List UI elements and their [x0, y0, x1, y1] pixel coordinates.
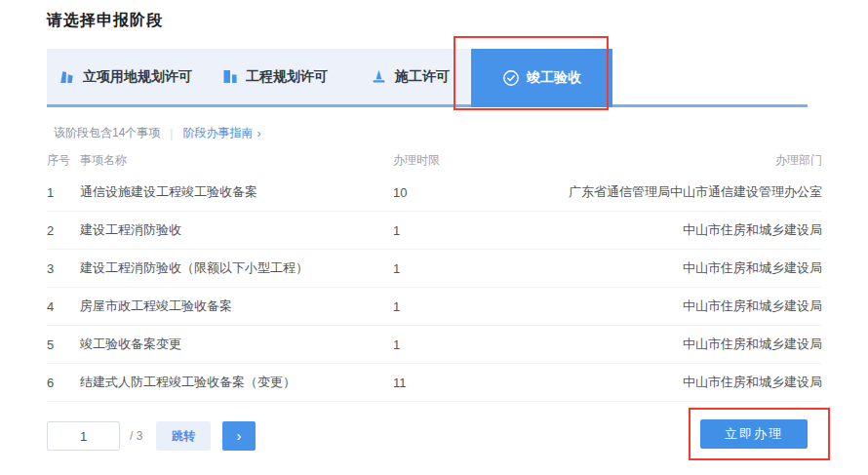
- tab-label: 立项用地规划许可: [83, 68, 192, 86]
- traffic-cone-icon: [371, 69, 387, 84]
- cell-department: 中山市住房和城乡建设局: [569, 259, 822, 277]
- info-divider: |: [170, 127, 173, 140]
- apply-now-button[interactable]: 立即办理: [700, 419, 808, 449]
- tab-completion-acceptance[interactable]: 竣工验收: [471, 49, 612, 107]
- tab-label: 工程规划许可: [246, 68, 328, 86]
- header-name: 事项名称: [80, 152, 393, 169]
- cell-time-limit: 1: [393, 299, 569, 314]
- tab-land-planning-permit[interactable]: 立项用地规划许可: [59, 49, 192, 104]
- cell-department: 中山市住房和城乡建设局: [569, 374, 822, 391]
- check-circle-icon: [502, 69, 520, 87]
- table-row[interactable]: 3 建设工程消防验收（限额以下小型工程） 1 中山市住房和城乡建设局: [47, 250, 822, 288]
- table-row[interactable]: 6 结建式人防工程竣工验收备案（变更） 11 中山市住房和城乡建设局: [47, 364, 822, 402]
- jump-button[interactable]: 跳转: [156, 421, 211, 451]
- buildings-icon: [59, 69, 75, 84]
- building-icon: [222, 69, 238, 84]
- header-index: 序号: [47, 152, 80, 169]
- page-total-label: / 3: [130, 429, 142, 443]
- cell-index: 6: [47, 376, 80, 390]
- table-row[interactable]: 2 建设工程消防验收 1 中山市住房和城乡建设局: [47, 212, 822, 250]
- stage-selection-page: 请选择申报阶段 立项用地规划许可 工程规划许可 施工许可 竣工: [0, 0, 868, 475]
- page-number-input[interactable]: [47, 421, 120, 451]
- header-department: 办理部门: [569, 152, 822, 169]
- stage-guide-link[interactable]: 阶段办事指南 ›: [182, 125, 260, 141]
- tab-label: 竣工验收: [527, 69, 581, 87]
- cell-time-limit: 1: [393, 261, 569, 276]
- cell-department: 广东省通信管理局中山市通信建设管理办公室: [569, 183, 822, 201]
- stage-info-line: 该阶段包含14个事项 | 阶段办事指南 ›: [54, 125, 260, 141]
- tabbar-underline: [47, 104, 808, 107]
- cell-name: 结建式人防工程竣工验收备案（变更）: [80, 374, 393, 391]
- cell-index: 3: [47, 261, 80, 276]
- cell-index: 2: [47, 223, 80, 238]
- cell-name: 竣工验收备案变更: [80, 336, 393, 353]
- cell-time-limit: 1: [393, 223, 569, 238]
- table-row[interactable]: 1 通信设施建设工程竣工验收备案 10 广东省通信管理局中山市通信建设管理办公室: [47, 174, 822, 212]
- table-row[interactable]: 5 竣工验收备案变更 1 中山市住房和城乡建设局: [47, 326, 822, 364]
- stage-item-count: 该阶段包含14个事项: [54, 125, 160, 141]
- cell-index: 5: [47, 337, 80, 352]
- page-title: 请选择申报阶段: [47, 11, 163, 31]
- cell-department: 中山市住房和城乡建设局: [569, 336, 822, 353]
- cell-index: 4: [47, 299, 80, 314]
- stage-tabbar: 立项用地规划许可 工程规划许可 施工许可 竣工验收: [47, 49, 808, 107]
- cell-time-limit: 10: [393, 185, 569, 200]
- cell-department: 中山市住房和城乡建设局: [569, 297, 822, 315]
- chevron-right-icon: ›: [256, 127, 260, 140]
- table-row[interactable]: 4 房屋市政工程竣工验收备案 1 中山市住房和城乡建设局: [47, 288, 822, 326]
- cell-name: 房屋市政工程竣工验收备案: [80, 297, 393, 315]
- tab-label: 施工许可: [395, 68, 450, 86]
- tab-engineering-planning-permit[interactable]: 工程规划许可: [222, 49, 328, 104]
- tab-construction-permit[interactable]: 施工许可: [371, 49, 450, 104]
- cell-index: 1: [47, 185, 80, 200]
- header-time-limit: 办理时限: [393, 152, 569, 169]
- service-items-table: 序号 事项名称 办理时限 办理部门 1 通信设施建设工程竣工验收备案 10 广东…: [47, 146, 822, 402]
- cell-department: 中山市住房和城乡建设局: [569, 221, 822, 239]
- cell-name: 通信设施建设工程竣工验收备案: [80, 183, 393, 201]
- chevron-right-icon: ›: [237, 427, 242, 444]
- stage-guide-link-label: 阶段办事指南: [182, 125, 253, 141]
- table-header-row: 序号 事项名称 办理时限 办理部门: [47, 146, 822, 174]
- cell-name: 建设工程消防验收: [80, 221, 393, 239]
- cell-time-limit: 11: [393, 376, 569, 390]
- cell-name: 建设工程消防验收（限额以下小型工程）: [80, 259, 393, 277]
- cell-time-limit: 1: [393, 337, 569, 352]
- next-page-button[interactable]: ›: [222, 421, 256, 451]
